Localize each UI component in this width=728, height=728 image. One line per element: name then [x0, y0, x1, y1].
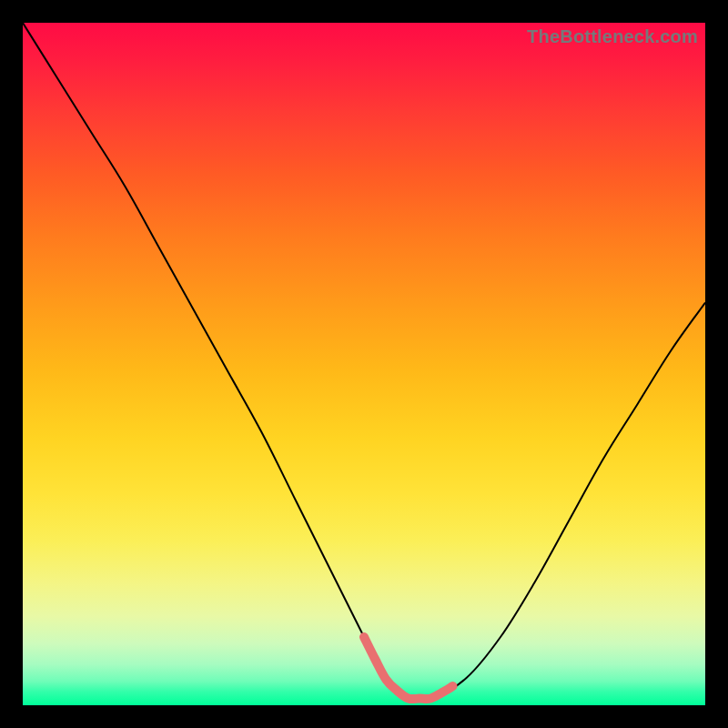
- chart-frame: TheBottleneck.com: [23, 23, 705, 705]
- watermark-text: TheBottleneck.com: [527, 26, 698, 47]
- bottleneck-curve-svg: [23, 23, 705, 705]
- floor-highlight-path: [364, 637, 453, 699]
- bottleneck-curve-path: [23, 23, 705, 702]
